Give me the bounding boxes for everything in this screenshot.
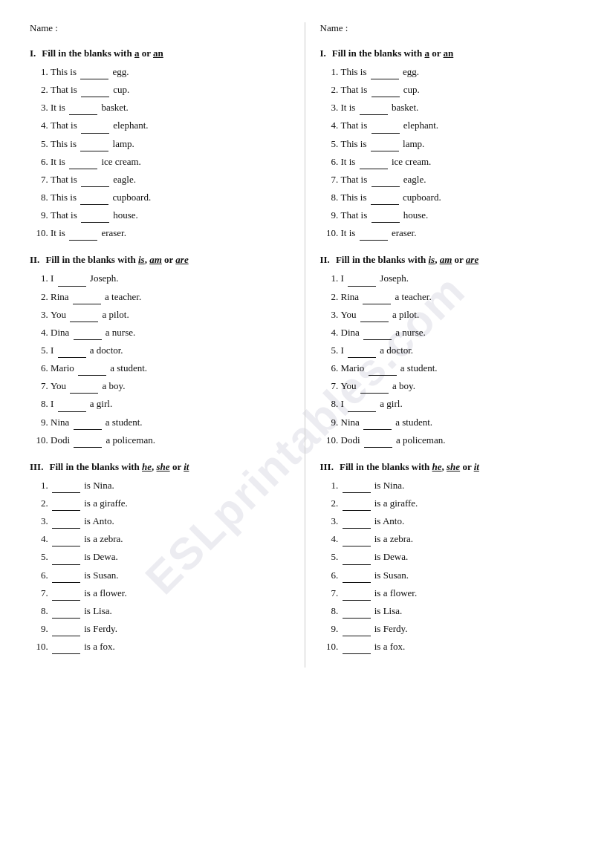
blank-field[interactable] xyxy=(360,307,389,322)
blank-field[interactable] xyxy=(343,621,371,636)
blank-field[interactable] xyxy=(360,99,388,115)
blank-field[interactable] xyxy=(371,136,399,151)
section-2: II.Fill in the blanks with is, am or are… xyxy=(320,254,581,447)
blank-field[interactable] xyxy=(363,289,391,304)
blank-field[interactable] xyxy=(363,414,392,430)
blank-field[interactable] xyxy=(371,64,399,79)
blank-field[interactable] xyxy=(78,360,106,376)
blank-field[interactable] xyxy=(52,477,80,493)
blank-field[interactable] xyxy=(52,639,80,654)
list-item: Nina a student. xyxy=(341,414,581,430)
list-item: is Lisa. xyxy=(341,603,581,619)
section-1: I.Fill in the blanks with a or anThis is… xyxy=(30,48,290,241)
blank-field[interactable] xyxy=(80,64,108,79)
blank-field[interactable] xyxy=(343,603,371,619)
blank-field[interactable] xyxy=(81,117,109,133)
list-item: You a boy. xyxy=(341,378,581,394)
blank-field[interactable] xyxy=(343,477,371,493)
list-item: You a boy. xyxy=(51,378,290,394)
blank-field[interactable] xyxy=(343,495,371,511)
blank-field[interactable] xyxy=(360,154,388,169)
blank-field[interactable] xyxy=(52,513,80,529)
list-item: I a girl. xyxy=(51,396,290,411)
blank-field[interactable] xyxy=(364,432,392,448)
blank-field[interactable] xyxy=(371,172,400,187)
blank-field[interactable] xyxy=(69,225,97,241)
list-item: Nina a student. xyxy=(51,414,290,430)
name-line: Name : xyxy=(30,22,290,34)
blank-field[interactable] xyxy=(343,585,371,601)
list-item: is a fox. xyxy=(341,639,581,654)
blank-field[interactable] xyxy=(369,360,397,376)
blank-field[interactable] xyxy=(52,531,80,546)
blank-field[interactable] xyxy=(343,567,371,583)
section-title: I.Fill in the blanks with a or an xyxy=(30,48,290,59)
blank-field[interactable] xyxy=(360,225,388,241)
section-number: II. xyxy=(320,254,330,266)
list-item: Mario a student. xyxy=(341,360,581,376)
list-item: It is ice cream. xyxy=(51,154,290,169)
list-item: This is cupboard. xyxy=(341,189,581,205)
blank-field[interactable] xyxy=(81,207,109,223)
blank-field[interactable] xyxy=(73,289,101,304)
blank-field[interactable] xyxy=(81,82,109,97)
list-item: This is lamp. xyxy=(341,136,581,151)
section-number: III. xyxy=(320,461,334,473)
blank-field[interactable] xyxy=(371,189,399,205)
blank-field[interactable] xyxy=(343,513,371,529)
blank-field[interactable] xyxy=(348,342,376,358)
blank-field[interactable] xyxy=(348,270,376,286)
blank-field[interactable] xyxy=(80,136,108,151)
blank-field[interactable] xyxy=(58,396,86,411)
blank-field[interactable] xyxy=(74,432,102,448)
list-item: is a fox. xyxy=(51,639,290,654)
blank-field[interactable] xyxy=(343,639,371,654)
section-instructions: Fill in the blanks with is, am or are xyxy=(45,254,188,266)
list-item: That is eagle. xyxy=(341,172,581,187)
list-item: Dodi a policeman. xyxy=(51,432,290,448)
blank-field[interactable] xyxy=(360,378,389,394)
list-item: It is basket. xyxy=(341,99,581,115)
list-item: This is egg. xyxy=(51,64,290,79)
blank-field[interactable] xyxy=(371,117,400,133)
blank-field[interactable] xyxy=(69,154,97,169)
blank-field[interactable] xyxy=(371,207,400,223)
list-item: is a giraffe. xyxy=(51,495,290,511)
section-title: III.Fill in the blanks with he, she or i… xyxy=(320,461,581,473)
blank-field[interactable] xyxy=(52,495,80,511)
list-item: You a pilot. xyxy=(51,307,290,322)
list-item: Dodi a policeman. xyxy=(341,432,581,448)
blank-field[interactable] xyxy=(343,549,371,564)
section-instructions: Fill in the blanks with is, am or are xyxy=(336,254,478,266)
blank-field[interactable] xyxy=(74,414,102,430)
section-number: III. xyxy=(30,461,43,473)
blank-field[interactable] xyxy=(52,567,80,583)
blank-field[interactable] xyxy=(70,307,98,322)
blank-field[interactable] xyxy=(52,549,80,564)
blank-field[interactable] xyxy=(74,324,102,340)
blank-field[interactable] xyxy=(80,189,108,205)
list-item: is Nina. xyxy=(51,477,290,493)
blank-field[interactable] xyxy=(52,621,80,636)
section-number: I. xyxy=(320,48,326,59)
blank-field[interactable] xyxy=(81,172,109,187)
blank-field[interactable] xyxy=(348,396,376,411)
blank-field[interactable] xyxy=(58,270,86,286)
blank-field[interactable] xyxy=(58,342,86,358)
section-instructions: Fill in the blanks with a or an xyxy=(332,48,453,59)
blank-field[interactable] xyxy=(70,378,98,394)
name-line: Name : xyxy=(320,22,581,34)
list-item: This is egg. xyxy=(341,64,581,79)
list-item: is Anto. xyxy=(51,513,290,529)
blank-field[interactable] xyxy=(363,324,392,340)
list-item: That is elephant. xyxy=(51,117,290,133)
section-title: I.Fill in the blanks with a or an xyxy=(320,48,581,59)
blank-field[interactable] xyxy=(69,99,97,115)
blank-field[interactable] xyxy=(343,531,371,546)
blank-field[interactable] xyxy=(52,603,80,619)
list-item: is Ferdy. xyxy=(341,621,581,636)
list-item: is Anto. xyxy=(341,513,581,529)
list-item: That is house. xyxy=(51,207,290,223)
blank-field[interactable] xyxy=(52,585,80,601)
blank-field[interactable] xyxy=(371,82,400,97)
